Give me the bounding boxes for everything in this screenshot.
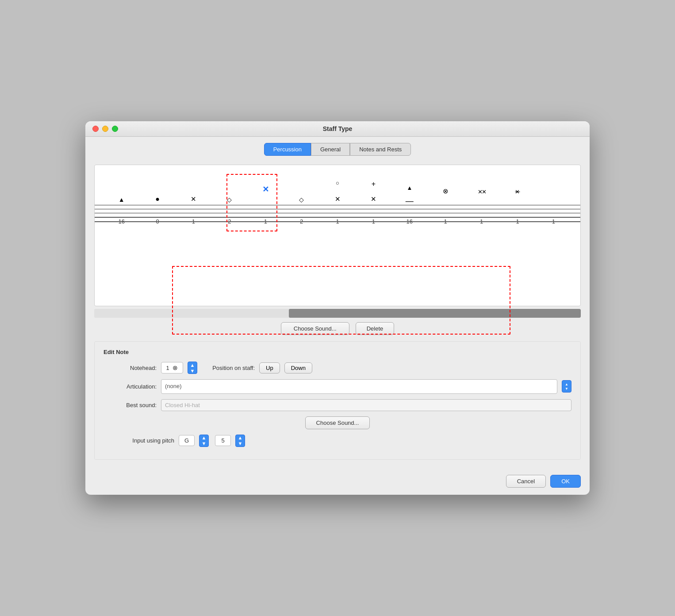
down-button[interactable]: Down (284, 362, 312, 373)
pitch-value: G (179, 435, 195, 446)
position-label: Position on staff: (202, 365, 255, 371)
num-6: 1 (319, 218, 355, 225)
sym-on-6: ✕ (335, 195, 341, 203)
sym-on-8: — (406, 199, 414, 203)
sym-above-6: ○ (336, 180, 339, 186)
arrow-down: ▼ (565, 387, 568, 391)
delete-button[interactable]: Delete (356, 322, 395, 335)
traffic-lights (92, 126, 118, 132)
arrow-up: ▲ (565, 382, 568, 386)
octave-spinner-up: ▲ (238, 435, 243, 440)
pitch-spinner[interactable]: ▲ ▼ (199, 435, 209, 447)
spinner-down-icon: ▼ (190, 368, 195, 373)
num-0: 16 (104, 218, 139, 225)
pitch-letter: G (184, 437, 189, 444)
tab-notes-rests[interactable]: Notes and Rests (350, 143, 411, 156)
octave-spinner-down: ▼ (238, 441, 243, 446)
notehead-num: 1 (166, 365, 169, 371)
minimize-button[interactable] (102, 126, 108, 132)
num-7: 1 (356, 218, 391, 225)
action-buttons: Choose Sound... Delete (94, 322, 581, 335)
tab-percussion[interactable]: Percussion (264, 143, 311, 156)
pitch-spinner-up: ▲ (202, 435, 207, 440)
octave-num: 5 (221, 437, 224, 444)
scrollbar-area[interactable] (94, 309, 581, 318)
articulation-label: Articulation: (104, 383, 157, 390)
sym-on-3: ◇ (227, 196, 232, 203)
notehead-row: Notehead: 1 ⊗ ▲ ▼ Position on staff: Up … (104, 362, 571, 374)
choose-sound-button[interactable]: Choose Sound... (305, 416, 370, 429)
close-button[interactable] (92, 126, 99, 132)
window-title: Staff Type (323, 125, 353, 132)
num-1: 0 (139, 218, 175, 225)
scrollbar-track[interactable] (289, 309, 581, 318)
staff-area: ▲ ● ✕ ◇ ✕ (94, 165, 581, 306)
staff-line-3 (95, 213, 580, 213)
num-10: 1 (464, 218, 499, 225)
staff-line-1 (95, 205, 580, 205)
num-4: 1 (248, 218, 284, 225)
num-2: 1 (176, 218, 211, 225)
edit-note-title: Edit Note (104, 349, 571, 355)
octave-value: 5 (215, 435, 231, 446)
sym-on-1: ● (155, 195, 160, 203)
main-content: ▲ ● ✕ ◇ ✕ (85, 160, 590, 469)
best-sound-row: Best sound: Closed Hi-hat (104, 399, 571, 411)
articulation-value[interactable]: (none) (161, 379, 557, 394)
notehead-icon: ⊗ (173, 364, 178, 371)
numbers-row: 16 0 1 2 1 2 1 1 16 1 1 1 1 (104, 218, 571, 229)
new-button[interactable]: Choose Sound... (281, 322, 349, 335)
num-12: 1 (536, 218, 571, 225)
staff-line-4 (95, 217, 580, 218)
input-pitch-row: Input using pitch G ▲ ▼ 5 ▲ ▼ (104, 435, 571, 447)
edit-note-section: Edit Note Notehead: 1 ⊗ ▲ ▼ Position on … (94, 341, 581, 460)
sym-on-5: ◇ (299, 196, 304, 203)
num-11: 1 (499, 218, 535, 225)
maximize-button[interactable] (112, 126, 118, 132)
octave-spinner[interactable]: ▲ ▼ (235, 435, 245, 447)
sym-above-8: ▲ (407, 185, 412, 191)
tab-bar: Percussion General Notes and Rests (85, 137, 590, 160)
tab-general[interactable]: General (311, 143, 350, 156)
staff-line-2 (95, 209, 580, 209)
cancel-button[interactable]: Cancel (506, 475, 546, 488)
notehead-value: 1 ⊗ (161, 362, 183, 373)
num-5: 2 (284, 218, 319, 225)
num-9: 1 (428, 218, 464, 225)
staff-type-window: Staff Type Percussion General Notes and … (85, 121, 590, 495)
notehead-label: Notehead: (104, 365, 157, 371)
articulation-row: Articulation: (none) ▲ ▼ (104, 379, 571, 394)
sym-on-2: ✕ (191, 195, 196, 203)
sym-on-7: ✕ (371, 195, 376, 203)
num-3: 2 (211, 218, 247, 225)
sym-selected: ✕ (262, 185, 269, 194)
num-8: 16 (391, 218, 427, 225)
best-sound-label: Best sound: (104, 402, 157, 408)
notehead-spinner[interactable]: ▲ ▼ (188, 362, 197, 374)
spinner-up-icon: ▲ (190, 362, 195, 368)
title-bar: Staff Type (85, 121, 590, 137)
footer: Cancel OK (85, 469, 590, 495)
up-button[interactable]: Up (259, 362, 280, 373)
sym-above-11: ✕ (515, 189, 520, 195)
best-sound-placeholder: Closed Hi-hat (161, 399, 571, 411)
sym-above-10: ✕✕ (478, 189, 486, 195)
input-pitch-label: Input using pitch (104, 437, 174, 444)
sym-above-9: ⊗ (443, 187, 449, 195)
sym-above-7: + (372, 180, 376, 188)
pitch-spinner-down: ▼ (202, 441, 207, 446)
extra-space (104, 229, 571, 256)
ok-button[interactable]: OK (550, 475, 581, 488)
articulation-spinner[interactable]: ▲ ▼ (562, 380, 571, 393)
sym-on-0: ▲ (119, 196, 125, 203)
